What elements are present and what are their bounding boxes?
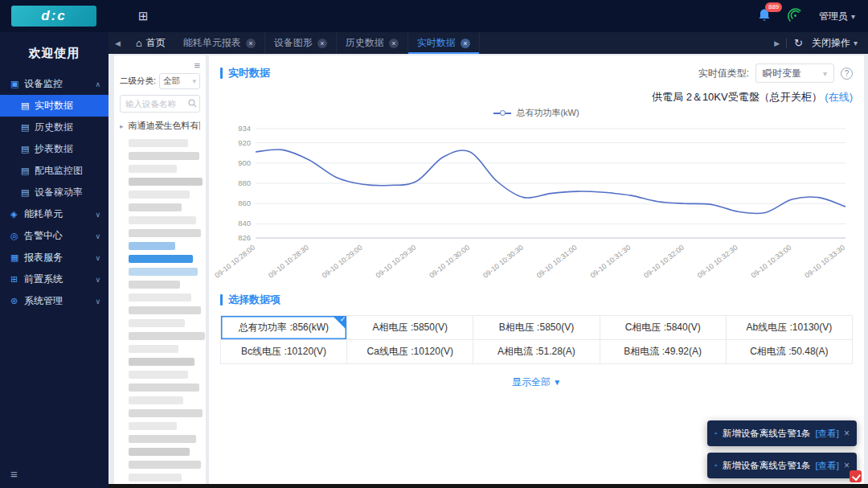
user-menu[interactable]: 管理员 ▾ bbox=[819, 10, 855, 23]
apps-grid-icon[interactable]: ⊞ bbox=[138, 0, 149, 32]
sidebar-item-energy-unit[interactable]: ◈ 能耗单元 ∨ bbox=[0, 203, 108, 225]
help-icon[interactable]: ? bbox=[841, 68, 853, 80]
chevron-down-icon: ∨ bbox=[95, 276, 100, 284]
category-select[interactable]: 全部 ▾ bbox=[159, 73, 200, 89]
tree-item-redacted[interactable] bbox=[129, 461, 201, 469]
tab-realtime-data[interactable]: 实时数据 × bbox=[408, 32, 480, 54]
tree-item-redacted[interactable] bbox=[129, 203, 182, 211]
tab-home[interactable]: ⌂ 首页 bbox=[127, 32, 174, 54]
sidebar-item-meter-data[interactable]: ▤ 抄表数据 bbox=[0, 138, 108, 160]
close-operations-menu[interactable]: 关闭操作 ▾ bbox=[810, 36, 868, 50]
realtime-line-chart[interactable]: 82684086088090092093409-10 10:28:0009-10… bbox=[220, 121, 853, 291]
tree-item-redacted[interactable] bbox=[129, 229, 201, 237]
toast-text: 新增设备离线告警1条 bbox=[723, 428, 811, 440]
network-signal-icon[interactable] bbox=[787, 8, 803, 24]
sidebar-item-realtime-data[interactable]: ▤ 实时数据 bbox=[0, 95, 108, 117]
close-tab-icon[interactable]: × bbox=[317, 39, 327, 48]
sidebar-item-frontend-system[interactable]: ⊞ 前置系统 ∨ bbox=[0, 269, 108, 290]
tabs-scroll-left-icon[interactable]: ◀ bbox=[108, 32, 127, 54]
tree-item-redacted[interactable] bbox=[129, 242, 175, 250]
data-item-total-active-power[interactable]: 总有功功率 :856(kW) ✓ bbox=[221, 316, 347, 340]
tree-expand-icon: ▸ bbox=[120, 122, 124, 130]
notification-bell[interactable]: 889 bbox=[758, 8, 771, 24]
toast-close-icon[interactable]: × bbox=[844, 460, 850, 471]
doc-icon: ▤ bbox=[21, 100, 35, 111]
data-item-ab-line-voltage[interactable]: Ab线电压 :10130(V) bbox=[726, 316, 852, 340]
caret-down-icon: ▾ bbox=[851, 12, 855, 21]
data-item-phase-c-current[interactable]: C相电流 :50.48(A) bbox=[726, 340, 852, 364]
tree-item-redacted[interactable] bbox=[129, 216, 196, 224]
search-icon[interactable] bbox=[188, 99, 197, 108]
tree-item-redacted[interactable] bbox=[129, 448, 190, 456]
tree-item-redacted[interactable] bbox=[129, 165, 177, 173]
svg-text:880: 880 bbox=[238, 178, 251, 187]
data-item-phase-b-voltage[interactable]: B相电压 :5850(V) bbox=[473, 316, 600, 340]
close-tab-icon[interactable]: × bbox=[246, 39, 256, 48]
sidebar-item-report-service[interactable]: ▦ 报表服务 ∨ bbox=[0, 247, 108, 269]
tree-item-redacted[interactable] bbox=[129, 422, 177, 430]
tree-item-redacted[interactable] bbox=[129, 152, 199, 160]
sidebar-item-system-admin[interactable]: ⊛ 系统管理 ∨ bbox=[0, 290, 108, 312]
svg-text:840: 840 bbox=[238, 219, 251, 228]
close-tab-icon[interactable]: × bbox=[461, 39, 470, 48]
sidebar-item-distribution-monitor[interactable]: ▤ 配电监控图 bbox=[0, 160, 108, 182]
data-item-bc-line-voltage[interactable]: Bc线电压 :10120(V) bbox=[221, 340, 347, 364]
energy-icon: ◈ bbox=[10, 209, 24, 219]
data-item-phase-a-current[interactable]: A相电流 :51.28(A) bbox=[473, 340, 600, 364]
tree-item-redacted[interactable] bbox=[129, 371, 188, 379]
floating-alert-icon[interactable] bbox=[850, 470, 862, 482]
chart-container: 82684086088090092093409-10 10:28:0009-10… bbox=[220, 121, 853, 291]
data-item-ca-line-voltage[interactable]: Ca线电压 :10120(V) bbox=[347, 340, 473, 364]
tab-history-data[interactable]: 历史数据 × bbox=[337, 32, 408, 54]
chart-legend[interactable]: 总有功功率(kW) bbox=[220, 107, 853, 119]
chevron-down-icon: ∨ bbox=[95, 297, 100, 306]
tree-item-redacted[interactable] bbox=[129, 293, 191, 301]
close-tab-icon[interactable]: × bbox=[389, 39, 399, 48]
tree-item-redacted[interactable] bbox=[129, 268, 198, 276]
tree-item-redacted[interactable] bbox=[129, 474, 182, 482]
data-item-phase-c-voltage[interactable]: C相电压 :5840(V) bbox=[600, 316, 726, 340]
svg-text:934: 934 bbox=[238, 124, 251, 133]
toast-close-icon[interactable]: × bbox=[844, 428, 850, 439]
sidebar-item-equipment-utilization[interactable]: ▤ 设备稼动率 bbox=[0, 182, 108, 203]
refresh-icon[interactable]: ↻ bbox=[787, 37, 810, 49]
tree-root-node[interactable]: ▸ 南通迪爱生色料有限公... bbox=[120, 120, 200, 132]
sidebar-item-history-data[interactable]: ▤ 历史数据 bbox=[0, 117, 108, 138]
tree-item-redacted[interactable] bbox=[129, 358, 194, 366]
show-all-button[interactable]: 显示全部 ▼ bbox=[220, 375, 853, 389]
data-item-phase-b-current[interactable]: B相电流 :49.92(A) bbox=[600, 340, 726, 364]
data-item-phase-a-voltage[interactable]: A相电压 :5850(V) bbox=[347, 316, 473, 340]
tree-item-redacted[interactable] bbox=[129, 191, 190, 199]
system-icon: ⊞ bbox=[10, 274, 24, 285]
tree-item-redacted[interactable] bbox=[129, 281, 180, 289]
tree-item-redacted[interactable] bbox=[129, 409, 203, 417]
value-type-select[interactable]: 瞬时变量 ▾ bbox=[755, 64, 834, 83]
device-tree-panel: ≡ 二级分类: 全部 ▾ ▸ bbox=[114, 55, 206, 484]
tree-item-redacted[interactable] bbox=[129, 383, 199, 392]
tree-item-redacted[interactable] bbox=[129, 255, 193, 263]
toast-view-link[interactable]: [查看] bbox=[816, 460, 839, 472]
monitor-icon: ▣ bbox=[10, 79, 24, 89]
tree-item-redacted[interactable] bbox=[129, 319, 185, 327]
tabbar: ◀ ⌂ 首页 能耗单元报表 × 设备图形 × 历史数据 × 实时数据 × ▶ ↻… bbox=[108, 32, 868, 54]
topbar-right: 889 管理员 ▾ bbox=[758, 0, 855, 32]
tree-item-redacted[interactable] bbox=[129, 332, 205, 340]
toast-view-link[interactable]: [查看] bbox=[816, 428, 839, 440]
tab-device-graphics[interactable]: 设备图形 × bbox=[265, 32, 337, 54]
tabs-scroll-right-icon[interactable]: ▶ bbox=[768, 39, 786, 47]
tree-item-redacted[interactable] bbox=[129, 345, 178, 353]
tree-item-redacted[interactable] bbox=[129, 306, 201, 314]
tree-menu-icon[interactable]: ≡ bbox=[120, 60, 200, 71]
sidebar-collapse-icon[interactable]: ≡ bbox=[10, 467, 18, 481]
tree-item-redacted[interactable] bbox=[129, 396, 183, 404]
tree-item-redacted[interactable] bbox=[129, 139, 188, 147]
chevron-up-icon: ∧ bbox=[95, 80, 100, 88]
sidebar-item-device-monitor[interactable]: ▣ 设备监控 ∧ bbox=[0, 73, 108, 95]
section-accent-bar bbox=[220, 68, 223, 79]
tab-energy-unit-report[interactable]: 能耗单元报表 × bbox=[174, 32, 265, 54]
tree-item-redacted[interactable] bbox=[129, 435, 196, 443]
sidebar-item-alarm-center[interactable]: ◎ 告警中心 ∨ bbox=[0, 225, 108, 247]
tree-item-redacted[interactable] bbox=[129, 178, 203, 186]
section-accent-bar bbox=[220, 294, 223, 306]
svg-text:09-10 10:33:30: 09-10 10:33:30 bbox=[803, 244, 846, 280]
